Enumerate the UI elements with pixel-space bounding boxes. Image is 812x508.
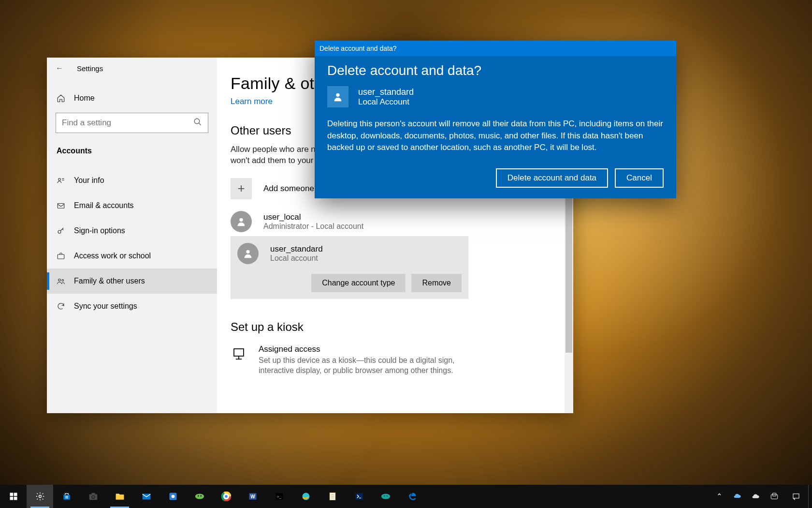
svg-point-2: [58, 179, 61, 181]
taskbar-app-teal[interactable]: [372, 485, 399, 508]
svg-rect-19: [14, 497, 17, 500]
dialog-heading: Delete account and data?: [327, 63, 664, 78]
person-card-icon: [57, 176, 65, 185]
system-tray[interactable]: ⌃: [708, 485, 808, 508]
back-icon[interactable]: ←: [56, 64, 63, 73]
dialog-titlebar-text: Delete account and data?: [319, 45, 397, 52]
sidebar-item-label: Your info: [74, 176, 104, 185]
taskbar-explorer[interactable]: [106, 485, 133, 508]
svg-rect-7: [58, 254, 64, 259]
tray-input-icon[interactable]: [769, 492, 779, 501]
taskbar-chrome[interactable]: [213, 485, 239, 508]
sidebar-home-label: Home: [74, 94, 95, 103]
svg-text:W: W: [250, 494, 255, 499]
search-input[interactable]: [62, 118, 193, 128]
taskbar-edge[interactable]: [399, 485, 425, 508]
svg-rect-5: [58, 204, 64, 209]
svg-line-1: [199, 123, 201, 125]
svg-point-6: [58, 230, 61, 233]
mail-icon: [57, 201, 65, 210]
taskbar-app-blue[interactable]: [160, 485, 186, 508]
dialog-titlebar[interactable]: Delete account and data?: [315, 41, 676, 56]
svg-point-15: [336, 93, 339, 97]
user-row[interactable]: user_local Administrator - Local account: [231, 211, 573, 232]
svg-point-0: [194, 119, 200, 124]
delete-account-dialog: Delete account and data? Delete account …: [315, 41, 676, 198]
svg-rect-12: [234, 349, 244, 356]
svg-point-33: [195, 494, 203, 499]
svg-rect-57: [793, 494, 799, 498]
dialog-confirm-button[interactable]: Delete account and data: [496, 168, 608, 188]
svg-rect-23: [65, 497, 66, 498]
home-icon: [57, 94, 65, 103]
tray-notifications-icon[interactable]: [788, 492, 804, 501]
taskbar-cmd[interactable]: >_: [266, 485, 292, 508]
tray-cloud-icon[interactable]: [751, 492, 761, 501]
svg-point-32: [171, 495, 174, 498]
svg-point-52: [381, 494, 390, 499]
taskbar-word[interactable]: W: [239, 485, 266, 508]
dialog-user-name: user_standard: [358, 87, 414, 97]
people-icon: [57, 277, 65, 285]
svg-point-35: [200, 495, 202, 497]
tray-onedrive-icon[interactable]: [733, 492, 742, 501]
taskbar: W >_ ⌃: [0, 485, 812, 508]
user-type: Local account: [270, 254, 323, 263]
svg-rect-16: [10, 493, 13, 496]
taskbar-powershell[interactable]: [346, 485, 372, 508]
user-row-selected[interactable]: user_standard Local account Change accou…: [231, 236, 468, 299]
svg-point-20: [39, 495, 41, 498]
svg-rect-21: [65, 496, 66, 497]
start-button[interactable]: [0, 485, 27, 508]
svg-text:>_: >_: [277, 494, 281, 499]
sidebar-item-label: Email & accounts: [74, 201, 134, 210]
svg-point-10: [239, 218, 243, 222]
svg-point-27: [92, 496, 94, 498]
svg-point-34: [197, 495, 199, 497]
svg-rect-28: [91, 493, 95, 495]
taskbar-notepad[interactable]: [319, 485, 346, 508]
avatar-icon: [327, 86, 348, 107]
sidebar-item-family[interactable]: Family & other users: [47, 269, 217, 294]
svg-rect-18: [10, 497, 13, 500]
kiosk-row[interactable]: Assigned access Set up this device as a …: [231, 344, 573, 376]
kiosk-desc: Set up this device as a kiosk—this could…: [259, 355, 466, 376]
user-name: user_local: [263, 212, 363, 222]
sidebar-item-label: Access work or school: [74, 252, 151, 260]
taskbar-app-green[interactable]: [186, 485, 213, 508]
sidebar-item-your-info[interactable]: Your info: [47, 168, 217, 193]
change-account-type-button[interactable]: Change account type: [311, 274, 406, 292]
taskbar-settings[interactable]: [27, 485, 53, 508]
sidebar-item-sync[interactable]: Sync your settings: [47, 294, 217, 319]
sidebar-home[interactable]: Home: [47, 86, 217, 111]
taskbar-edge-canary[interactable]: [292, 485, 319, 508]
sidebar-item-label: Sign-in options: [74, 226, 125, 235]
search-box[interactable]: [56, 113, 208, 133]
svg-rect-55: [771, 494, 778, 499]
dialog-cancel-button[interactable]: Cancel: [615, 168, 664, 188]
svg-point-8: [58, 279, 61, 282]
sidebar-item-email[interactable]: Email & accounts: [47, 193, 217, 218]
user-name: user_standard: [270, 244, 323, 254]
taskbar-camera[interactable]: [80, 485, 106, 508]
tray-chevron-icon[interactable]: ⌃: [714, 492, 724, 501]
sidebar-item-label: Family & other users: [74, 277, 145, 285]
plus-icon: +: [231, 178, 252, 199]
svg-point-11: [246, 250, 249, 254]
remove-button[interactable]: Remove: [411, 274, 462, 292]
kiosk-heading: Set up a kiosk: [231, 320, 573, 334]
sidebar-item-label: Sync your settings: [74, 302, 137, 311]
monitor-icon: [231, 344, 247, 361]
settings-sidebar: ← Settings Home Accounts Your info: [47, 58, 217, 413]
learn-more-link[interactable]: Learn more: [231, 97, 273, 106]
svg-point-53: [383, 495, 385, 497]
svg-rect-22: [67, 496, 68, 497]
show-desktop-button[interactable]: [808, 485, 812, 508]
dialog-message: Deleting this person's account will remo…: [327, 118, 664, 154]
sidebar-item-signin[interactable]: Sign-in options: [47, 218, 217, 243]
avatar-icon: [237, 243, 259, 264]
taskbar-store[interactable]: [53, 485, 80, 508]
sidebar-item-work[interactable]: Access work or school: [47, 243, 217, 269]
taskbar-mail[interactable]: [133, 485, 160, 508]
svg-point-54: [386, 495, 388, 497]
